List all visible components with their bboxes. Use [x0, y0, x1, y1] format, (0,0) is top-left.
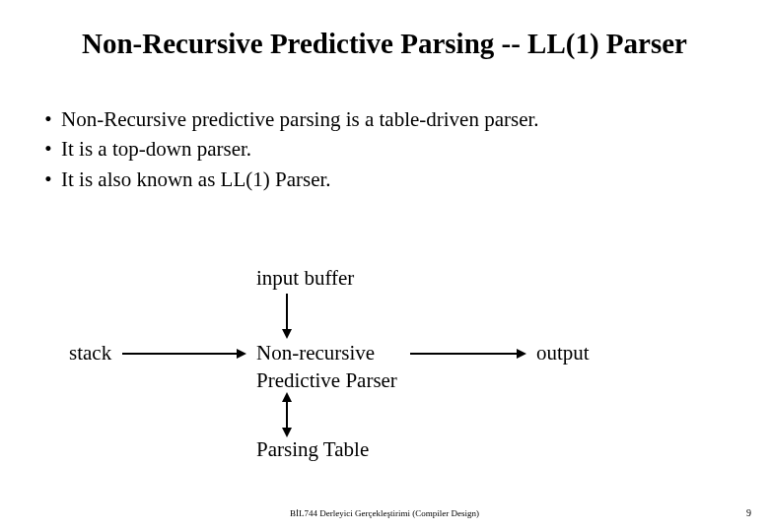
footer-text: BİL744 Derleyici Gerçekleştirimi (Compil… [0, 508, 769, 518]
bullet-item: It is also known as LL(1) Parser. [35, 165, 726, 194]
page-number: 9 [746, 507, 751, 518]
arrowhead-up-icon [282, 392, 292, 402]
arrowhead-down-icon [282, 329, 292, 339]
diagram-stack: stack [69, 341, 111, 366]
bullet-item: Non-Recursive predictive parsing is a ta… [35, 104, 726, 134]
arrowhead-right-icon [237, 349, 246, 359]
arrowhead-right-icon [517, 349, 526, 359]
arrow-line [286, 294, 288, 329]
bullet-text: It is also known as LL(1) Parser. [61, 167, 331, 191]
bullet-text: It is a top-down parser. [61, 137, 251, 161]
diagram-output: output [536, 341, 590, 366]
bullet-list: Non-Recursive predictive parsing is a ta… [35, 104, 726, 194]
diagram-parser-line1: Non-recursive [256, 341, 375, 366]
diagram-parsing-table: Parsing Table [256, 437, 369, 462]
slide: Non-Recursive Predictive Parsing -- LL(1… [0, 0, 769, 532]
bullet-item: It is a top-down parser. [35, 134, 726, 164]
diagram-parser-line2: Predictive Parser [256, 368, 397, 393]
arrowhead-down-icon [282, 428, 292, 437]
diagram-input-buffer: input buffer [256, 266, 354, 291]
arrow-line [410, 353, 517, 355]
bullet-text: Non-Recursive predictive parsing is a ta… [61, 107, 539, 131]
arrow-line [286, 402, 288, 428]
arrow-line [122, 353, 237, 355]
parser-diagram: input buffer stack Non-recursive Predict… [0, 246, 769, 473]
slide-title: Non-Recursive Predictive Parsing -- LL(1… [0, 28, 769, 60]
